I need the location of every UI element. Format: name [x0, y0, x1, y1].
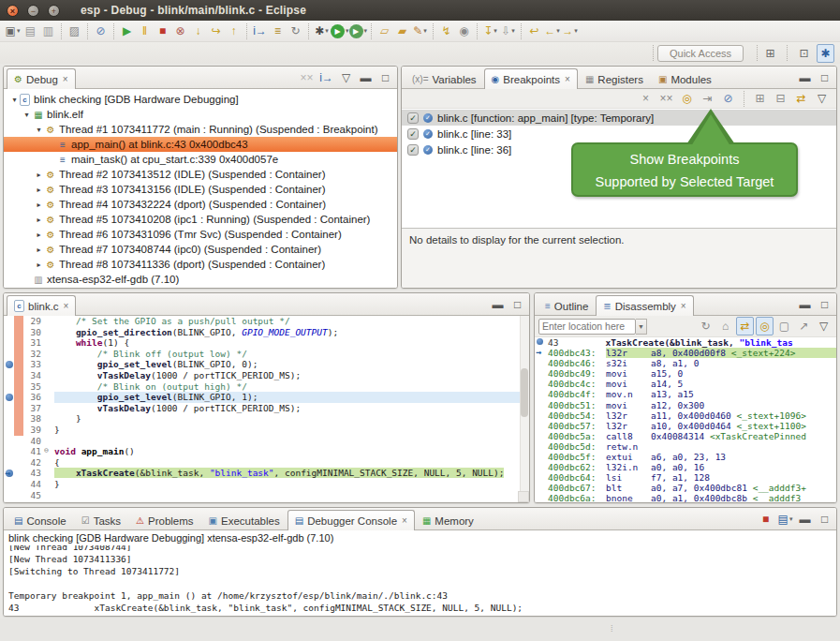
- debug-icon[interactable]: ✱▾: [313, 22, 331, 40]
- remove-breakpoint-icon[interactable]: ×: [637, 89, 655, 108]
- view-menu-icon[interactable]: ▽: [337, 68, 355, 87]
- disassembly-row[interactable]: 400dbc4c:movia14, 5: [535, 379, 836, 389]
- forward-icon[interactable]: →▾: [561, 22, 579, 40]
- expand-arrow-icon[interactable]: ▸: [34, 246, 44, 254]
- dropdown-arrow-icon[interactable]: ▾: [346, 27, 349, 35]
- editor-gutter[interactable]: 44: [4, 479, 54, 490]
- disassembly-row[interactable]: 400dbc4f:mov.na13, a15: [535, 389, 836, 399]
- run-icon[interactable]: ▶▾: [331, 22, 349, 40]
- save-icon[interactable]: ▤: [22, 22, 39, 40]
- collapse-arrow-icon[interactable]: ▾: [22, 111, 32, 119]
- disconnect-icon[interactable]: ⊗: [171, 22, 189, 40]
- save-all-icon[interactable]: ▥: [39, 22, 57, 40]
- fold-minus-icon[interactable]: ⊖: [44, 446, 53, 455]
- refresh-icon[interactable]: ↻: [697, 317, 715, 335]
- tab-modules[interactable]: ▣Modules: [651, 68, 719, 89]
- skip-all-breakpoints-icon[interactable]: ⊘: [719, 89, 737, 108]
- debug-tree-item[interactable]: ▸⚙Thread #2 1073413512 (IDLE) (Suspended…: [4, 167, 397, 182]
- remove-all-breakpoints-icon[interactable]: ××: [657, 89, 675, 108]
- disassembly-row[interactable]: 400dbc62:l32i.na0, a0, 16: [535, 462, 836, 472]
- build-icon[interactable]: ▨: [66, 22, 83, 40]
- disassembly-row[interactable]: 400dbc67:blta0, a7, 0x400dbc81 <__adddf3…: [535, 483, 836, 493]
- home-icon[interactable]: ⌂: [716, 317, 734, 335]
- code-editor[interactable]: 29 /* Set the GPIO as a push/pull output…: [4, 316, 529, 502]
- minimize-icon[interactable]: ▬: [796, 68, 814, 87]
- location-input[interactable]: [538, 319, 636, 335]
- editor-gutter[interactable]: 35: [4, 381, 54, 393]
- tab-executables[interactable]: ▣Executables: [201, 510, 287, 530]
- maximize-icon[interactable]: □: [816, 295, 833, 314]
- breakpoint-row[interactable]: ✓✓blink.c [line: 33]: [402, 126, 836, 142]
- export-icon[interactable]: ↗: [795, 317, 813, 335]
- disassembly-row[interactable]: 400dbc64:lsif7, a1, 128: [535, 472, 836, 483]
- open-folder-icon[interactable]: ▱: [376, 22, 393, 40]
- tab-debug[interactable]: ⚙Debug×: [7, 68, 76, 89]
- suspend-icon[interactable]: ‖: [136, 22, 154, 40]
- debug-tree-item[interactable]: ▸⚙Thread #3 1073413156 (IDLE) (Suspended…: [4, 182, 397, 197]
- instruction-pointer-icon[interactable]: →: [4, 469, 16, 478]
- new-wizard-icon[interactable]: ▣▾: [4, 22, 22, 40]
- resume-icon[interactable]: ▶: [118, 22, 136, 40]
- dropdown-arrow-icon[interactable]: ▾: [789, 515, 793, 523]
- terminate-icon[interactable]: ■: [757, 510, 774, 529]
- link-with-debug-icon[interactable]: ⇄: [792, 89, 810, 108]
- close-icon[interactable]: ×: [63, 74, 68, 84]
- show-supported-breakpoints-icon[interactable]: ◎: [678, 89, 696, 108]
- titlebar[interactable]: ×−+ esp - Debug - blink/main/blink.c - E…: [0, 0, 840, 21]
- breakpoint-checkbox[interactable]: ✓: [407, 112, 419, 124]
- dropdown-arrow-icon[interactable]: ▾: [17, 27, 21, 35]
- tab-memory[interactable]: ▦Memory: [415, 510, 481, 530]
- tab-breakpoints[interactable]: ◉Breakpoints×: [484, 68, 578, 89]
- expand-all-icon[interactable]: ⊞: [751, 89, 769, 108]
- debug-tree-item[interactable]: ▸⚙Thread #8 1073411336 (dport) (Suspende…: [4, 257, 397, 272]
- step-over-icon[interactable]: ↪: [207, 22, 225, 40]
- copy-icon[interactable]: ▢: [775, 317, 793, 335]
- close-button[interactable]: ×: [7, 5, 19, 17]
- dropdown-arrow-icon[interactable]: ▾: [556, 27, 560, 35]
- folder-icon[interactable]: ▰: [393, 22, 411, 40]
- maximize-icon[interactable]: □: [376, 68, 394, 87]
- track-expression-icon[interactable]: ◎: [756, 317, 774, 335]
- goto-file-icon[interactable]: ⇥: [699, 89, 716, 108]
- new-class-icon[interactable]: ✎▾: [411, 22, 429, 40]
- editor-gutter[interactable]: 34: [4, 370, 54, 381]
- close-icon[interactable]: ×: [681, 301, 686, 311]
- debug-tree-item[interactable]: ≡main_task() at cpu_start.c:339 0x400d05…: [4, 152, 397, 167]
- collapse-arrow-icon[interactable]: ▾: [9, 96, 20, 104]
- collapse-all-icon[interactable]: ⊟: [772, 89, 789, 108]
- flash-icon[interactable]: ↯: [437, 22, 455, 40]
- restart-icon[interactable]: ↻: [287, 22, 304, 40]
- editor-scrollbar[interactable]: [520, 316, 529, 491]
- editor-gutter[interactable]: 38: [4, 413, 54, 425]
- pin-editor-icon[interactable]: ↧▾: [481, 22, 499, 40]
- instruction-stepping-icon[interactable]: i→: [251, 22, 269, 40]
- debug-tree-item[interactable]: ▥xtensa-esp32-elf-gdb (7.10): [4, 272, 397, 287]
- debug-tree-item[interactable]: ▸⚙Thread #4 1073432224 (dport) (Suspende…: [4, 197, 397, 212]
- editor-gutter[interactable]: 33: [4, 359, 54, 370]
- dropdown-arrow-icon[interactable]: ▾: [511, 27, 515, 35]
- tab-problems[interactable]: ⚠Problems: [128, 510, 201, 530]
- expand-arrow-icon[interactable]: ▸: [34, 216, 44, 224]
- open-perspective-icon[interactable]: ⊞: [761, 44, 779, 63]
- minimize-icon[interactable]: ▬: [357, 68, 375, 87]
- editor-gutter[interactable]: 42: [4, 457, 54, 469]
- editor-gutter[interactable]: 32: [4, 349, 54, 360]
- dropdown-arrow-icon[interactable]: ▾: [364, 27, 368, 35]
- minimize-icon[interactable]: ▬: [489, 295, 507, 314]
- debug-tree-item[interactable]: ▾⚙Thread #1 1073411772 (main : Running) …: [4, 122, 397, 137]
- debug-tree-item[interactable]: ≡app_main() at blink.c:43 0x400dbc43: [4, 137, 397, 152]
- tab-debugger-console[interactable]: ▤Debugger Console×: [287, 510, 415, 530]
- disassembly-row[interactable]: 400dbc5d:retw.n: [535, 441, 836, 452]
- editor-gutter[interactable]: 40: [4, 436, 54, 447]
- dropdown-arrow-icon[interactable]: ▾: [494, 27, 497, 35]
- show-threads-icon[interactable]: ≡: [269, 22, 287, 40]
- breakpoint-row[interactable]: ✓✓blink.c [function: app_main] [type: Te…: [402, 110, 836, 126]
- minimize-icon[interactable]: ▬: [796, 295, 814, 314]
- disassembly-row[interactable]: 400dbc5a:call80x40084314 <xTaskCreatePin…: [535, 431, 836, 441]
- external-tools-icon[interactable]: ▶▾: [349, 22, 368, 40]
- back-icon[interactable]: ←▾: [543, 22, 561, 40]
- debug-tree-item[interactable]: ▾▦blink.elf: [4, 107, 397, 122]
- disassembly-row[interactable]: 400dbc46:s32ia8, a1, 0: [535, 358, 836, 368]
- sync-selection-icon[interactable]: ⇄: [736, 317, 754, 335]
- maximize-icon[interactable]: □: [816, 510, 833, 529]
